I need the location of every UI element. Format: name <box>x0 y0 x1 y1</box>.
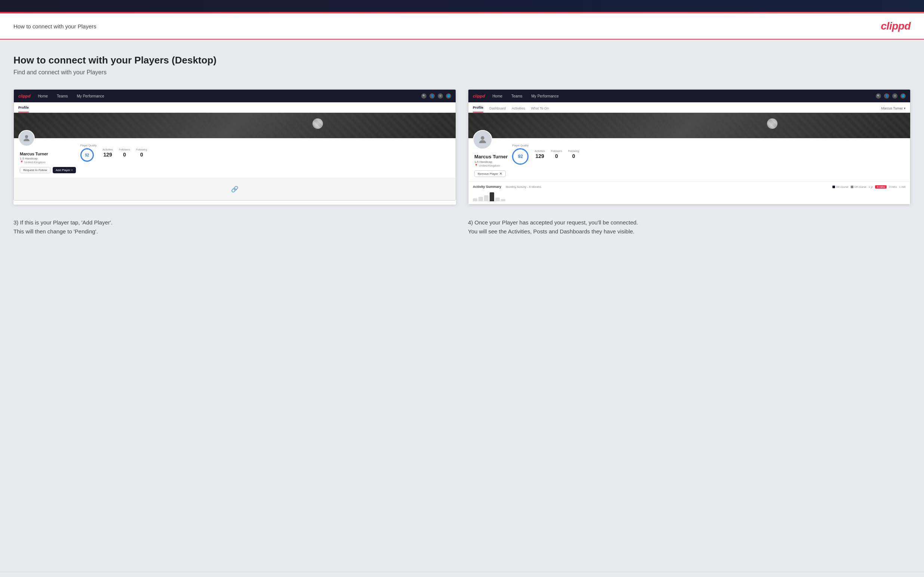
legend-off-course: Off course <box>851 185 866 188</box>
activity-summary: Activity Summary Monthly Activity - 6 Mo… <box>468 182 910 204</box>
mock-nav-teams-1: Teams <box>55 94 69 98</box>
profile-info-1: Marcus Turner 1-5 Handicap 📍 United King… <box>20 142 76 173</box>
page-header: How to connect with your Players clippd <box>0 13 924 40</box>
tab-dashboard-2[interactable]: Dashboard <box>489 106 506 113</box>
tab-profile-1[interactable]: Profile <box>18 106 29 113</box>
bar-1 <box>473 198 477 201</box>
quality-wrap-1: Player Quality 92 <box>80 144 97 162</box>
activity-chart <box>473 191 906 201</box>
player-name-1: Marcus Turner <box>20 152 76 156</box>
bar-5 <box>495 198 500 201</box>
tab-activities-2[interactable]: Activities <box>512 106 525 113</box>
close-icon: ✕ <box>499 172 502 176</box>
step-4-text: 4) Once your Player has accepted your re… <box>468 218 911 236</box>
player-handicap-1: 1-5 Handicap <box>20 157 76 160</box>
mock-nav-home-2: Home <box>491 94 504 98</box>
clippd-logo: clippd <box>881 20 911 32</box>
bar-2 <box>478 197 483 201</box>
svg-point-0 <box>25 135 28 138</box>
screenshot-2: clippd Home Teams My Performance 🔍 👤 ⚙ 🌐… <box>468 89 911 205</box>
bar-4 <box>489 192 494 201</box>
link-icon-1: 🔗 <box>231 185 239 193</box>
tab-profile-2[interactable]: Profile <box>473 106 483 113</box>
user-icon-2: 👤 <box>884 93 889 98</box>
golf-banner-1 <box>14 113 456 138</box>
avatar-1 <box>18 130 35 147</box>
mock-app-1: clippd Home Teams My Performance 🔍 👤 ⚙ 🌐… <box>13 89 456 201</box>
mock-nav-performance-1: My Performance <box>76 94 106 98</box>
stat-activities-2: Activities 129 <box>535 150 545 159</box>
user-icon-1: 👤 <box>430 93 435 98</box>
mock-nav-home-1: Home <box>36 94 49 98</box>
stat-following-1: Following 0 <box>136 148 147 158</box>
mock-nav-2: clippd Home Teams My Performance 🔍 👤 ⚙ 🌐 <box>468 90 910 102</box>
search-icon-1: 🔍 <box>421 93 426 98</box>
main-title: How to connect with your Players (Deskto… <box>13 55 911 66</box>
tab-whattoon-2[interactable]: What To On <box>531 106 549 113</box>
stats-row-2: Player Quality 92 Activities 129 Followe… <box>512 144 579 165</box>
activity-period: Monthly Activity - 6 Months <box>506 185 541 189</box>
quality-circle-2: 92 <box>512 148 528 165</box>
stat-following-2: Following 0 <box>568 150 579 159</box>
main-content: How to connect with your Players (Deskto… <box>0 40 924 572</box>
settings-icon-1: ⚙ <box>438 93 443 98</box>
profile-section-1: Marcus Turner 1-5 Handicap 📍 United King… <box>14 138 456 178</box>
stat-followers-1: Followers 0 <box>119 148 130 158</box>
activity-title: Activity Summary <box>473 185 501 189</box>
remove-player-button[interactable]: Remove Player ✕ <box>474 170 506 177</box>
player-location-2: 📍 United Kingdom <box>474 164 507 167</box>
mock-tab-bar-2: Profile Dashboard Activities What To On … <box>468 102 910 113</box>
filter-1yr[interactable]: 1 yr <box>869 185 873 188</box>
quality-wrap-2: Player Quality 92 <box>512 144 528 165</box>
activity-header: Activity Summary Monthly Activity - 6 Mo… <box>473 185 906 189</box>
legend-on-course: On course <box>832 185 848 188</box>
avatar-icon-1 <box>22 134 31 143</box>
mock-nav-icons-2: 🔍 👤 ⚙ 🌐 <box>876 93 906 98</box>
bar-6 <box>501 199 506 201</box>
screenshots-row: clippd Home Teams My Performance 🔍 👤 ⚙ 🌐… <box>13 89 911 205</box>
description-col-4: 4) Once your Player has accepted your re… <box>468 218 911 236</box>
follow-button-1[interactable]: Request to Follow <box>20 167 50 173</box>
off-course-dot <box>851 185 853 188</box>
avatar-wrap-1 <box>18 130 35 147</box>
mock-nav-icons-1: 🔍 👤 ⚙ 🌐 <box>421 93 451 98</box>
stats-row-1: Player Quality 92 Activities 129 Followe… <box>80 144 147 162</box>
player-dropdown-2[interactable]: Marcus Turner ▾ <box>881 106 906 113</box>
filter-3mths[interactable]: 3 mths <box>889 185 897 188</box>
location-pin-icon-1: 📍 <box>20 161 24 164</box>
mock-tab-bar-1: Profile <box>14 102 456 113</box>
plus-icon-1: + <box>71 168 73 172</box>
player-location-1: 📍 United Kingdom <box>20 161 76 164</box>
avatar-icon-2 <box>477 134 488 145</box>
golf-banner-2 <box>468 113 910 138</box>
bar-3 <box>484 195 489 201</box>
settings-icon-2: ⚙ <box>892 93 897 98</box>
filter-1mth[interactable]: 1 mth <box>899 185 906 188</box>
description-row: 3) If this is your Player tap, 'Add Play… <box>13 218 911 236</box>
filter-6mths[interactable]: 6 mths <box>875 185 887 189</box>
mock-nav-logo-1: clippd <box>18 94 30 98</box>
quality-circle-1: 92 <box>80 148 94 162</box>
globe-icon-2: 🌐 <box>900 93 906 98</box>
profile-section-2: Marcus Turner 1-5 Handicap 📍 United King… <box>468 138 910 182</box>
screenshot-bottom-1: 🔗 <box>14 178 456 200</box>
search-icon-2: 🔍 <box>876 93 881 98</box>
top-bar <box>0 0 924 12</box>
screenshot-1: clippd Home Teams My Performance 🔍 👤 ⚙ 🌐… <box>13 89 456 205</box>
mock-nav-performance-2: My Performance <box>530 94 560 98</box>
mock-app-2: clippd Home Teams My Performance 🔍 👤 ⚙ 🌐… <box>468 89 911 205</box>
page-footer: Copyright Clippd 2022 <box>0 572 924 577</box>
description-col-3: 3) If this is your Player tap, 'Add Play… <box>13 218 456 236</box>
mock-nav-teams-2: Teams <box>510 94 524 98</box>
add-player-button-1[interactable]: Add Player + <box>53 167 76 173</box>
player-handicap-2: 1-5 Handicap <box>474 160 507 164</box>
header-title: How to connect with your Players <box>13 23 97 29</box>
svg-point-1 <box>481 136 484 140</box>
activity-filters: On course Off course 1 yr 6 mths 3 mths … <box>832 185 906 189</box>
player-name-2: Marcus Turner <box>474 154 507 160</box>
avatar-wrap-2 <box>473 130 492 149</box>
avatar-2 <box>473 130 492 149</box>
stat-activities-1: Activities 129 <box>102 148 113 158</box>
on-course-dot <box>832 185 835 188</box>
stat-followers-2: Followers 0 <box>551 150 562 159</box>
